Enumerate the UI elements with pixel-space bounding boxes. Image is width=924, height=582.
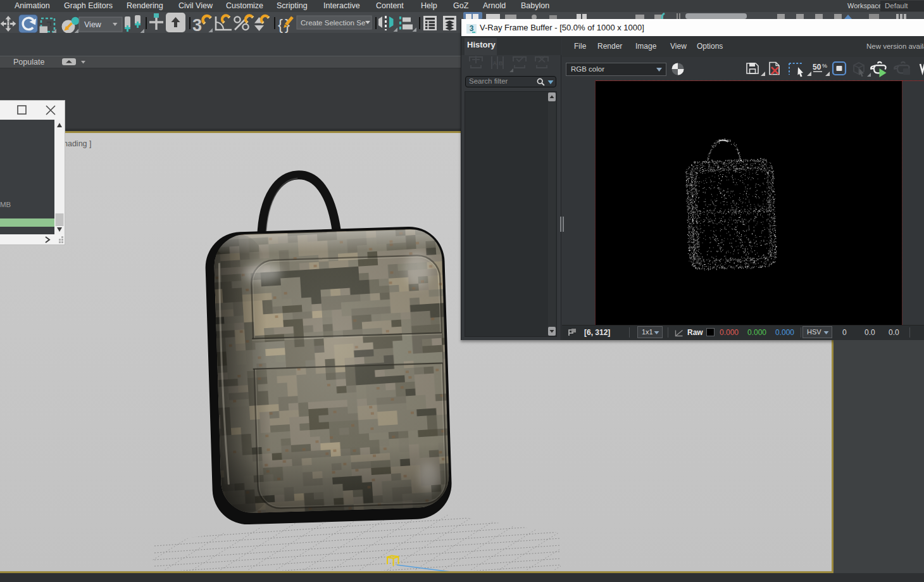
svg-text:View: View [84, 20, 102, 29]
svg-text:50: 50 [813, 63, 821, 72]
svg-text:3: 3 [192, 16, 202, 33]
svg-text:%: % [822, 63, 827, 69]
svg-text:A: A [493, 60, 497, 66]
svg-text:Create Selection Se: Create Selection Se [301, 19, 365, 27]
svg-text:B: B [499, 60, 503, 66]
svg-text:{: { [278, 16, 283, 33]
